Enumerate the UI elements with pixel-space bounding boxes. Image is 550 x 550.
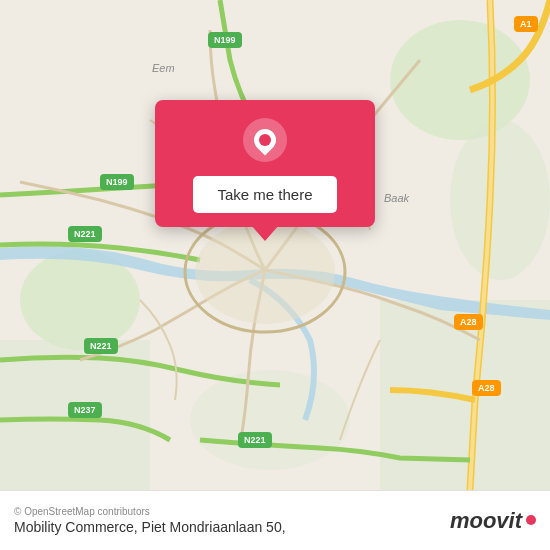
road-badge-n221-bottom: N221 bbox=[238, 432, 272, 448]
footer-left: © OpenStreetMap contributors Mobility Co… bbox=[14, 506, 286, 535]
map-area[interactable]: N199 N199 N221 N221 N221 N237 A28 A28 A1… bbox=[0, 0, 550, 490]
take-me-there-button[interactable]: Take me there bbox=[193, 176, 336, 213]
place-label-eem: Eem bbox=[152, 62, 175, 74]
svg-point-3 bbox=[450, 120, 550, 280]
location-icon-wrap bbox=[243, 118, 287, 162]
copyright-text: © OpenStreetMap contributors bbox=[14, 506, 286, 517]
location-pin-icon bbox=[249, 124, 280, 155]
road-badge-a28-top: A28 bbox=[454, 314, 483, 330]
place-label-baak: Baak bbox=[384, 192, 409, 204]
moovit-logo: moovit bbox=[450, 508, 536, 534]
road-badge-n221-left: N221 bbox=[68, 226, 102, 242]
road-badge-a28-bottom: A28 bbox=[472, 380, 501, 396]
road-badge-n199-top: N199 bbox=[208, 32, 242, 48]
address-text: Mobility Commerce, Piet Mondriaanlaan 50… bbox=[14, 519, 286, 535]
road-badge-n237: N237 bbox=[68, 402, 102, 418]
location-popup: Take me there bbox=[155, 100, 375, 227]
road-badge-a1: A1 bbox=[514, 16, 538, 32]
road-badge-n199-left: N199 bbox=[100, 174, 134, 190]
moovit-dot bbox=[526, 515, 536, 525]
moovit-text: moovit bbox=[450, 508, 522, 534]
road-badge-n221-mid: N221 bbox=[84, 338, 118, 354]
address-line: Mobility Commerce, Piet Mondriaanlaan 50… bbox=[14, 519, 286, 535]
map-container: N199 N199 N221 N221 N221 N237 A28 A28 A1… bbox=[0, 0, 550, 550]
footer-bar: © OpenStreetMap contributors Mobility Co… bbox=[0, 490, 550, 550]
